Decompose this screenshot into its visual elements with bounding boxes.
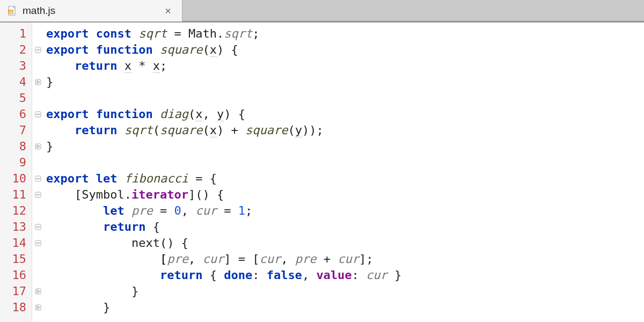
line-number[interactable]: 6 [0,106,32,122]
fold-gutter [32,23,44,322]
fold-marker[interactable] [32,235,44,251]
code-area[interactable]: export const sqrt = Math.sqrt; export fu… [44,23,644,322]
close-tab-button[interactable]: × [163,5,173,17]
line-number[interactable]: 14 [0,235,32,251]
code-line[interactable]: [pre, cur] = [cur, pre + cur]; [46,251,644,267]
code-line[interactable]: } [46,299,644,316]
file-tab[interactable]: JS math.js × [0,0,182,21]
code-line[interactable]: return { [46,219,644,235]
line-number[interactable]: 1 [0,26,32,42]
fold-marker[interactable] [32,267,44,283]
line-number[interactable]: 7 [0,122,32,138]
svg-text:JS: JS [9,10,13,14]
tab-bar: JS math.js × [0,0,644,23]
line-number[interactable]: 16 [0,267,32,283]
js-file-icon: JS [8,6,17,16]
line-number[interactable]: 5 [0,90,32,106]
code-line[interactable]: export const sqrt = Math.sqrt; [46,26,644,42]
line-number[interactable]: 15 [0,251,32,267]
code-line[interactable]: export function diag(x, y) { [46,106,644,122]
line-number[interactable]: 11 [0,187,32,203]
line-number[interactable]: 17 [0,283,32,299]
line-number[interactable]: 4 [0,74,32,90]
line-number[interactable]: 18 [0,299,32,316]
fold-marker[interactable] [32,74,44,90]
code-line[interactable]: return { done: false, value: cur } [46,267,644,283]
line-number[interactable]: 12 [0,203,32,219]
fold-marker[interactable] [32,283,44,299]
fold-marker[interactable] [32,299,44,316]
fold-marker[interactable] [32,187,44,203]
code-line[interactable]: } [46,74,644,90]
fold-marker[interactable] [32,251,44,267]
code-line[interactable] [46,155,644,171]
fold-marker[interactable] [32,219,44,235]
code-line[interactable]: next() { [46,235,644,251]
fold-marker[interactable] [32,26,44,42]
fold-marker[interactable] [32,122,44,138]
line-number[interactable]: 10 [0,171,32,187]
fold-marker[interactable] [32,106,44,122]
editor-pane: 1 2 3 4 5 6 7 8 9 10 11 12 13 14 15 16 1… [0,23,644,322]
code-line[interactable]: export function square(x) { [46,42,644,58]
line-number[interactable]: 3 [0,58,32,74]
fold-marker[interactable] [32,203,44,219]
line-number[interactable]: 8 [0,138,32,155]
line-number-gutter: 1 2 3 4 5 6 7 8 9 10 11 12 13 14 15 16 1… [0,23,32,322]
code-line[interactable] [46,90,644,106]
code-line[interactable]: return sqrt(square(x) + square(y)); [46,122,644,138]
code-line[interactable]: } [46,283,644,299]
fold-marker[interactable] [32,90,44,106]
line-number[interactable]: 13 [0,219,32,235]
fold-marker[interactable] [32,42,44,58]
code-line[interactable]: return x * x; [46,58,644,74]
fold-marker[interactable] [32,155,44,171]
code-line[interactable]: } [46,138,644,155]
fold-marker[interactable] [32,171,44,187]
line-number[interactable]: 2 [0,42,32,58]
line-number[interactable]: 9 [0,155,32,171]
fold-marker[interactable] [32,138,44,155]
tab-filename: math.js [23,5,163,17]
fold-marker[interactable] [32,58,44,74]
tab-bar-empty-area [182,0,644,21]
code-line[interactable]: let pre = 0, cur = 1; [46,203,644,219]
code-line[interactable]: export let fibonacci = { [46,171,644,187]
code-line[interactable]: [Symbol.iterator]() { [46,187,644,203]
